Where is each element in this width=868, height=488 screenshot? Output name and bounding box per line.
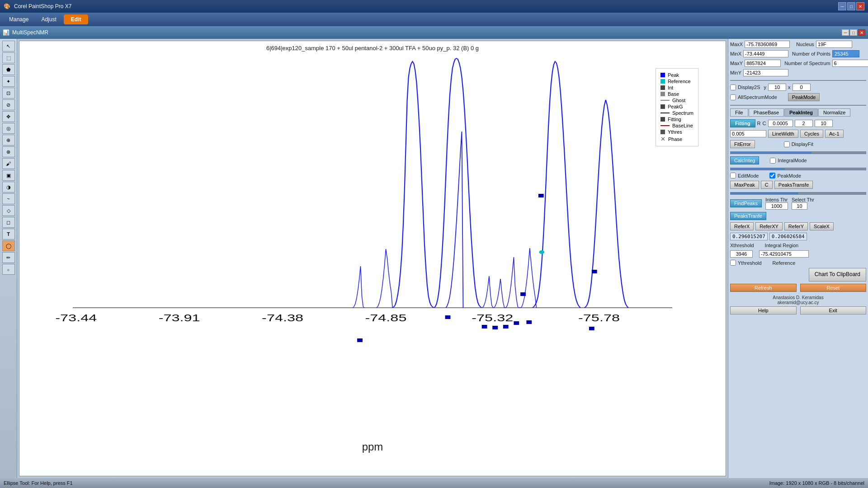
fitting-btn[interactable]: Fitting [730, 119, 755, 127]
tab-normalize[interactable]: Normalize [818, 108, 851, 117]
tool-eraser[interactable]: ◻ [2, 217, 15, 228]
svg-rect-5 [482, 325, 487, 328]
ythreshold-label: Ythreshold [738, 260, 762, 266]
title-bar-controls[interactable]: ─ □ ✕ [838, 2, 864, 10]
app-minimize-btn[interactable]: ─ [842, 29, 849, 36]
svg-rect-2 [592, 270, 597, 273]
ac1-value[interactable] [815, 120, 833, 127]
integral-mode-checkbox[interactable] [770, 158, 776, 164]
tab-file[interactable]: File [730, 108, 748, 117]
num-points-value: 25345 [832, 50, 859, 57]
refer-xy-btn[interactable]: ReferXY [755, 222, 783, 230]
r-label: R [757, 121, 761, 126]
tool-pen[interactable]: ✏ [2, 252, 15, 263]
legend-ythres: Ythres [660, 129, 693, 135]
tool-text[interactable]: T [2, 229, 15, 239]
intens-thr-input[interactable] [765, 202, 788, 210]
legend-peak-label: Peak [668, 72, 679, 78]
scale-x-btn[interactable]: ScaleX [810, 222, 834, 230]
tool-red-eye[interactable]: ◎ [2, 123, 15, 134]
title-bar-text: Corel PaintShop Pro X7 [14, 3, 71, 9]
tool-magic[interactable]: ✦ [2, 76, 15, 87]
legend-base: Base [660, 91, 693, 97]
xthreshold-input[interactable] [730, 250, 753, 258]
tool-move[interactable]: ✥ [2, 111, 15, 122]
refer-x-btn[interactable]: ReferX [730, 222, 754, 230]
tool-lasso[interactable]: ⬟ [2, 64, 15, 75]
num-spectrum-1[interactable] [832, 60, 868, 67]
tool-nodes[interactable]: ⬦ [2, 264, 15, 275]
help-btn[interactable]: Help [730, 306, 797, 314]
tool-crop[interactable]: ⊡ [2, 88, 15, 99]
tool-arrow[interactable]: ↖ [2, 41, 15, 52]
svg-text:-75.78: -75.78 [578, 312, 620, 324]
x-input[interactable] [793, 84, 811, 91]
maxX-label: MaxX [730, 42, 743, 47]
fiterror-btn[interactable]: FitError [730, 140, 755, 148]
maximize-btn[interactable]: □ [847, 2, 855, 10]
tool-fill[interactable]: ▣ [2, 170, 15, 181]
findpeaks-row: FindPeaks Intens Thr Select Thr [730, 197, 866, 210]
tool-dodge[interactable]: ◑ [2, 182, 15, 192]
exit-btn[interactable]: Exit [800, 306, 867, 314]
tool-select[interactable]: ⬚ [2, 52, 15, 63]
tab-peak-integ[interactable]: PeakInteg [784, 108, 818, 117]
linewidth-btn[interactable]: LineWidth [768, 130, 798, 138]
c-btn[interactable]: C [761, 181, 773, 189]
menu-item-edit[interactable]: Edit [64, 14, 89, 24]
chart-clipboard-btn[interactable]: Chart To ClipBoard [809, 268, 866, 282]
refresh-btn[interactable]: Refresh [730, 284, 797, 292]
maxY-label: MaxY [730, 61, 743, 66]
menu-item-manage[interactable]: Manage [4, 14, 34, 24]
tool-smudge[interactable]: ~ [2, 193, 15, 204]
peaks-tranfe-btn[interactable]: PeaksTransfe [774, 181, 813, 189]
cycles-btn[interactable]: Cycles [800, 130, 823, 138]
tool-ellipse[interactable]: ◯ [2, 240, 15, 251]
tool-straighten[interactable]: ⊘ [2, 99, 15, 110]
ac1-btn[interactable]: Ac-1 [825, 130, 844, 138]
peak-mode-btn[interactable]: PeakMode [788, 93, 820, 101]
peaks-tranfe2-btn[interactable]: PeaksTranfe [730, 212, 766, 220]
refer-y-btn[interactable]: ReferY [784, 222, 808, 230]
legend-ythres-icon [660, 130, 665, 134]
close-btn[interactable]: ✕ [856, 2, 864, 10]
display2s-checkbox[interactable] [730, 84, 736, 90]
menu-item-adjust[interactable]: Adjust [36, 14, 61, 24]
display-fit-checkbox[interactable] [784, 141, 790, 147]
calc-integ-btn[interactable]: CalcInteg [730, 156, 759, 164]
fitting-value[interactable] [768, 120, 793, 127]
maxX-input[interactable] [745, 41, 790, 48]
tool-heal[interactable]: ⊗ [2, 146, 15, 157]
y-input[interactable] [768, 84, 786, 91]
progress-bar-3 [730, 192, 866, 195]
minX-input[interactable] [743, 50, 788, 57]
app-title-controls[interactable]: ─ □ ✕ [842, 29, 865, 36]
ythreshold-checkbox[interactable] [730, 260, 736, 266]
select-thr-input[interactable] [792, 202, 807, 210]
minY-input[interactable] [743, 69, 788, 76]
edit-mode-checkbox[interactable] [730, 173, 736, 178]
app-close-btn[interactable]: ✕ [858, 29, 865, 36]
fit-error-input[interactable] [730, 130, 766, 137]
footer-email: akeramid@ucy.ac.cy [730, 300, 866, 305]
maxY-input[interactable] [745, 60, 781, 67]
all-spectrum-checkbox[interactable] [730, 94, 736, 100]
reset-btn[interactable]: Reset [800, 284, 867, 292]
footer-text: Anastasios D. Keramidas akeramid@ucy.ac.… [730, 295, 866, 305]
find-peaks-btn[interactable]: FindPeaks [730, 199, 762, 207]
minimize-btn[interactable]: ─ [838, 2, 846, 10]
tab-phase-base[interactable]: PhaseBase [749, 108, 784, 117]
legend-fitting-icon [660, 117, 665, 122]
tool-clone[interactable]: ⊕ [2, 135, 15, 145]
integral-region-input[interactable] [759, 250, 809, 258]
nucleus-input[interactable] [816, 41, 852, 48]
app-maximize-btn[interactable]: □ [850, 29, 857, 36]
cycles-value[interactable] [795, 120, 813, 127]
app-logo: 📊 [3, 29, 9, 36]
tool-paint[interactable]: 🖌 [2, 158, 15, 169]
peak-mode-checkbox[interactable] [769, 173, 775, 178]
reference-label: Reference [773, 260, 796, 266]
c-label: C [763, 121, 766, 126]
tool-sharpen[interactable]: ◇ [2, 205, 15, 216]
max-peak-btn[interactable]: MaxPeak [730, 181, 759, 189]
